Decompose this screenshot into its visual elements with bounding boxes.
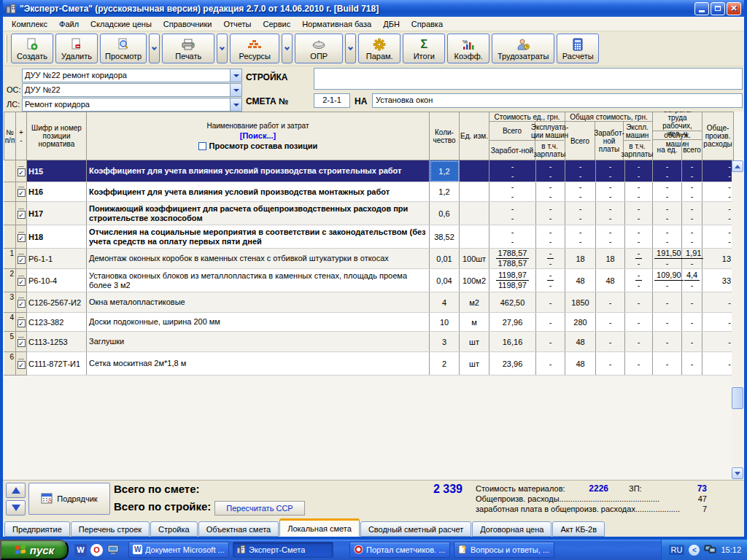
row-code[interactable]: С111-872Т-И1	[27, 352, 87, 376]
row-value[interactable]: --	[625, 269, 653, 292]
tab-construction-list[interactable]: Перечень строек	[71, 521, 150, 537]
row-unit[interactable]: 100м2	[460, 269, 489, 292]
row-unit[interactable]: шт	[460, 332, 489, 352]
network-icon[interactable]	[704, 544, 716, 556]
tab-summary-calc[interactable]: Сводный сметный расчет	[360, 521, 471, 537]
labor-button[interactable]: Трудозатраты	[492, 34, 554, 63]
smeta-number-field[interactable]: 2-1-1	[314, 93, 350, 108]
row-value[interactable]: -	[596, 332, 625, 352]
move-up-button[interactable]	[6, 483, 26, 498]
row-value[interactable]: --	[703, 182, 734, 202]
row-checkbox[interactable]: ✓	[18, 339, 26, 347]
row-value[interactable]: --	[682, 160, 703, 182]
os-combo[interactable]: ДУУ №22	[22, 83, 242, 97]
row-value[interactable]: --	[536, 249, 565, 269]
row-checkbox-cell[interactable]: ✓	[16, 225, 27, 249]
row-checkbox[interactable]: ✓	[18, 234, 26, 242]
row-name[interactable]: Заглушки	[87, 332, 430, 352]
table-row[interactable]: ✓Н15Коэффициент для учета влияния услови…	[4, 160, 734, 182]
row-value[interactable]: --	[565, 225, 596, 249]
minimize-button[interactable]	[694, 2, 709, 15]
row-value[interactable]: -	[596, 352, 625, 376]
row-unit[interactable]: шт	[460, 352, 489, 376]
table-row[interactable]: 2✓Р6-10-4Установка оконных блоков из мет…	[4, 269, 734, 292]
row-checkbox[interactable]: ✓	[18, 168, 26, 176]
row-value[interactable]: --	[703, 225, 734, 249]
row-checkbox-cell[interactable]: ✓	[16, 313, 27, 332]
row-value[interactable]: 48	[565, 332, 596, 352]
row-value[interactable]: 4,4-	[682, 269, 703, 292]
row-checkbox[interactable]: ✓	[18, 189, 26, 197]
row-value[interactable]: --	[565, 202, 596, 225]
row-unit[interactable]: 100шт	[460, 249, 489, 269]
table-row[interactable]: 5✓С113-1253Заглушки3шт16,16-48-----	[4, 332, 734, 352]
menu-references[interactable]: Справочники	[158, 18, 218, 31]
row-number[interactable]: 6	[4, 352, 16, 376]
scroll-down-button[interactable]	[732, 467, 743, 479]
row-value[interactable]: 18	[596, 249, 625, 269]
task-word-document[interactable]: W Документ Microsoft ...	[128, 542, 229, 558]
row-value[interactable]: 27,96	[489, 313, 536, 332]
row-checkbox-cell[interactable]: ✓	[16, 352, 27, 376]
row-name[interactable]: Сетка москитная 2м*1,8 м	[87, 352, 430, 376]
row-value[interactable]: --	[703, 202, 734, 225]
row-code[interactable]: С113-1253	[27, 332, 87, 352]
table-row[interactable]: ✓Н18Отчисления на социальные мероприятия…	[4, 225, 734, 249]
task-portal[interactable]: Портал сметчиков. ...	[349, 542, 450, 558]
row-value[interactable]: -	[703, 292, 734, 313]
row-value[interactable]: --	[489, 225, 536, 249]
row-code[interactable]: Н18	[27, 225, 87, 249]
params-button[interactable]: Парам.	[358, 34, 400, 63]
row-quantity[interactable]: 0,6	[430, 202, 460, 225]
row-value[interactable]: --	[682, 202, 703, 225]
row-name[interactable]: Доски подоконные, ширина 200 мм	[87, 313, 430, 332]
ls-combo[interactable]: Ремонт коридора	[22, 98, 242, 112]
hide-icons-button[interactable]: <	[689, 545, 700, 556]
row-unit[interactable]: м	[460, 313, 489, 332]
row-value[interactable]: -	[682, 292, 703, 313]
row-checkbox-cell[interactable]: ✓	[16, 332, 27, 352]
menu-help[interactable]: Справка	[406, 18, 449, 31]
task-expert-smeta[interactable]: Эксперт-Смета	[233, 542, 333, 558]
menu-komplex[interactable]: Комплекс	[6, 18, 53, 31]
row-code[interactable]: Р6-1-1	[27, 249, 87, 269]
row-unit[interactable]	[460, 225, 489, 249]
row-value[interactable]: -	[653, 332, 682, 352]
row-value[interactable]: -	[653, 352, 682, 376]
row-value[interactable]: -	[625, 292, 653, 313]
row-checkbox[interactable]: ✓	[18, 361, 26, 369]
row-value[interactable]: --	[489, 182, 536, 202]
complex-combo[interactable]: ДУУ №22 ремонт коридора	[22, 69, 242, 82]
row-value[interactable]: -	[536, 352, 565, 376]
row-code[interactable]: Н17	[27, 202, 87, 225]
row-value[interactable]: -	[682, 352, 703, 376]
row-value[interactable]: --	[536, 160, 565, 182]
opera-icon[interactable]: O	[90, 544, 103, 556]
row-value[interactable]: -	[625, 313, 653, 332]
row-code[interactable]: Н16	[27, 182, 87, 202]
view-composition-checkbox[interactable]	[198, 142, 206, 150]
row-value[interactable]: 48	[565, 352, 596, 376]
row-code[interactable]: Н15	[27, 160, 87, 182]
smeta-title-field[interactable]: Установка окон	[372, 93, 743, 108]
row-value[interactable]: -	[682, 313, 703, 332]
row-quantity[interactable]: 0,04	[430, 269, 460, 292]
row-value[interactable]: 48	[596, 269, 625, 292]
print-dropdown-button[interactable]	[217, 34, 228, 63]
totals-button[interactable]: Σ Итоги	[403, 34, 445, 63]
row-value[interactable]: --	[625, 225, 653, 249]
dropdown-arrow-icon[interactable]	[230, 98, 241, 111]
row-value[interactable]: 462,50	[489, 292, 536, 313]
row-unit[interactable]	[460, 202, 489, 225]
row-value[interactable]: 16,16	[489, 332, 536, 352]
coeff-button[interactable]: % Коэфф.	[447, 34, 489, 63]
row-value[interactable]: --	[596, 225, 625, 249]
row-value[interactable]: --	[536, 225, 565, 249]
row-unit[interactable]	[460, 160, 489, 182]
row-value[interactable]: --	[625, 160, 653, 182]
recalculate-ssr-button[interactable]: Пересчитать ССР	[214, 501, 305, 516]
create-button[interactable]: Создать	[11, 34, 53, 63]
row-number[interactable]: 2	[4, 269, 16, 292]
row-value[interactable]: --	[653, 202, 682, 225]
row-value[interactable]: --	[653, 160, 682, 182]
